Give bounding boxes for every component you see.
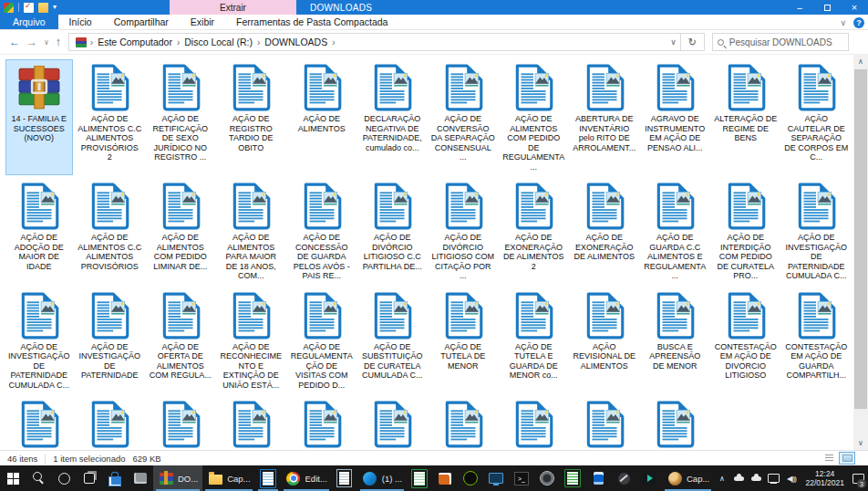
chrome-edit-button[interactable]: Edit... (281, 465, 332, 491)
webcam-app-button[interactable] (534, 465, 560, 491)
up-button[interactable]: ↑ (56, 36, 61, 48)
file-item[interactable]: AÇÃO DE CONCESSÃO DE GUARDA PELOS AVÓS -… (288, 178, 356, 285)
file-item[interactable]: AÇÃO DE DIVÓRCIO LITIGIOSO COM CITAÇÃO P… (429, 178, 497, 285)
edge-button[interactable]: (1) ... (357, 465, 407, 491)
file-item[interactable]: AÇÃO DE INVESTIGAÇÃO DE PATERNIDADE (76, 287, 143, 394)
file-item[interactable]: AÇÃO DE SUBSTITUIÇÃO DE CURATELA CUMULAD… (358, 287, 426, 394)
volume-icon[interactable]: ◀))) (783, 465, 799, 491)
capture-app-button[interactable]: Cap... (662, 465, 714, 491)
scroll-up-arrow-icon[interactable]: ∧ (853, 55, 868, 68)
file-item[interactable]: AÇÃO DE RECONHECIMENTO E EXTINÇÃO DE UNI… (217, 287, 284, 394)
file-item[interactable]: AÇÃO DE GUARDA C.C ALIMENTOS E REGULAMEN… (641, 178, 708, 285)
address-bar[interactable]: › Este Computador›Disco Local (R:)›DOWNL… (68, 33, 681, 51)
file-item[interactable]: ABERTURA DE INVENTÁRIO pelo RITO DE ARRO… (571, 59, 638, 175)
refresh-button[interactable]: ↻ (681, 33, 705, 51)
forward-button[interactable]: → (26, 36, 37, 48)
libreoffice-writer-button[interactable] (255, 465, 281, 491)
file-item[interactable]: BUSCA E APREENSÃO DE MENOR (641, 287, 708, 394)
file-item[interactable]: ESCRITURA DE PACTO (288, 396, 356, 450)
file-item[interactable]: AÇÃO DE TUTELA E GUARDA DE MENOR co... (500, 287, 567, 394)
file-item[interactable]: DECLARAÇÃO NEGATIVA DE PATERNIDADE, cumu… (358, 59, 426, 175)
notepad-button[interactable] (332, 465, 357, 491)
help-icon[interactable]: ? (853, 17, 864, 28)
file-item[interactable]: AÇÃO DE REGULAMENTAÇÃO DE VISITAS COM PE… (288, 287, 356, 394)
breadcrumb-item[interactable]: Disco Local (R:) (181, 37, 256, 47)
file-item[interactable]: CONTESTAÇÃO EM AÇÃO DE GUARDA COMPARTILH… (782, 287, 850, 394)
file-item[interactable]: AÇÃO DE OFERTA DE ALIMENTOS COM REGULA..… (147, 287, 214, 394)
onedrive-cloud-icon[interactable] (731, 465, 747, 491)
recorder-app-button[interactable] (458, 465, 483, 491)
file-item[interactable]: INVENTÁRIO EXTRAJUDICIAL (500, 396, 567, 450)
minimize-button[interactable]: – (786, 0, 813, 15)
file-item[interactable]: AÇÃO DE INVESTIGAÇÃO DE PATERNIDADE CUMU… (5, 287, 73, 394)
libreoffice-calc-button[interactable] (407, 465, 432, 491)
scrollbar-thumb[interactable] (854, 69, 867, 409)
search-input[interactable] (728, 37, 843, 48)
close-button[interactable]: × (841, 0, 868, 15)
contextual-tab-header[interactable]: Extrair (170, 0, 296, 15)
file-item[interactable]: AÇÃO DE CONVERSÃO DA SEPARAÇÃO CONSENSUA… (429, 59, 497, 175)
satellite-app-button[interactable] (611, 465, 636, 491)
breadcrumb-item[interactable]: Este Computador (94, 37, 176, 47)
network-icon[interactable] (766, 465, 781, 491)
tray-expand-chevron-icon[interactable]: ∧ (714, 465, 729, 491)
cortana-button[interactable] (51, 465, 77, 491)
new-folder-icon[interactable] (38, 3, 48, 13)
file-item[interactable]: AGRAVO DE INSTRUMENTO EM AÇÃO DE PENSAO … (641, 59, 708, 175)
properties-icon[interactable] (24, 3, 34, 13)
file-item[interactable]: AÇÃO DE INVESTIGAÇÃO DE PATERNIDADE CUMU… (782, 178, 850, 285)
file-item[interactable]: AÇÃO DE ALIMENTOS COM PEDIDO DE REGULAME… (500, 59, 567, 175)
file-item[interactable]: DIVÓRCIO LITIGIOSO (147, 396, 214, 450)
file-item[interactable]: ALTERAÇÃO DE REGIME DE BENS (712, 59, 780, 175)
breadcrumb-item[interactable]: DOWNLOADS (261, 37, 331, 47)
recent-locations-chevron-icon[interactable]: ∨ (44, 38, 49, 47)
command-prompt-button[interactable] (509, 465, 534, 491)
start-button[interactable] (0, 465, 26, 491)
winrar-downloads-button[interactable]: DO... (153, 465, 202, 491)
details-view-button[interactable] (821, 452, 837, 465)
photos-app-button[interactable] (128, 465, 153, 491)
microsoft-store-button[interactable] (102, 465, 128, 491)
file-item[interactable]: RECONHECIMENTO E (641, 396, 708, 450)
clock[interactable]: 12:24 22/01/2021 (801, 469, 849, 487)
file-item[interactable]: AÇÃO DE ALIMENTOS C.C ALIMENTOS PROVISÓR… (76, 178, 143, 285)
video-editor-app-button[interactable] (636, 465, 662, 491)
file-item[interactable]: AÇÃO DE EXONERAÇÃO DE ALIMENTOS 2 (500, 178, 567, 285)
expand-ribbon-chevron-icon[interactable]: ∨ (840, 18, 846, 27)
action-center-icon[interactable]: 3 (851, 465, 866, 491)
notes-app-button[interactable] (560, 465, 585, 491)
scroll-down-arrow-icon[interactable]: ∨ (853, 436, 868, 450)
file-item[interactable]: EXECUÇÃO DE ALIMENTOS - (358, 396, 426, 450)
file-item[interactable]: CONTESTAÇÃO EM AÇÃO DE DIVORCIO LITIGIOS… (712, 287, 780, 394)
calculator-app-button[interactable] (585, 465, 611, 491)
file-item[interactable]: LAVRATURA DE ESCRITURA (571, 396, 638, 450)
ribbon-tab-ferramentas-de-pasta-compactada[interactable]: Ferramentas de Pasta Compactada (225, 15, 398, 29)
file-item[interactable]: AÇÃO DE DIVÓRCIO LITIGIOSO C.C PARTILHA … (358, 178, 426, 285)
ribbon-tab-exibir[interactable]: Exibir (180, 15, 225, 29)
file-item[interactable]: AÇÃO DE ALIMENTOS PARA MAIOR DE 18 ANOS,… (217, 178, 284, 285)
presentation-app-button[interactable] (432, 465, 458, 491)
back-button[interactable]: ← (9, 36, 20, 48)
file-item[interactable]: AÇÃO DE REGISTRO TARDIO DE OBITO (217, 59, 284, 175)
breadcrumb-separator-icon[interactable]: › (331, 37, 336, 47)
task-view-button[interactable] (77, 465, 102, 491)
address-dropdown-chevron-icon[interactable]: ∨ (670, 37, 677, 47)
file-item[interactable]: DIVÓRCIO CONSENSUAL (76, 396, 143, 450)
file-item[interactable]: AÇÃO DE ADOÇÃO DE MAIOR DE IDADE (5, 178, 73, 285)
file-item[interactable]: AÇÃO CAUTELAR DE SEPARAÇÃO DE CORPOS EM … (782, 59, 850, 175)
file-item[interactable]: AÇÃO DE ALIMENTOS COM PEDIDO LIMINAR DE.… (147, 178, 214, 285)
ribbon-tab-compartilhar[interactable]: Compartilhar (103, 15, 180, 29)
file-item[interactable]: AÇÃO DE TUTELA DE MENOR (429, 287, 497, 394)
file-item[interactable]: EMBARGOS DE TERCEIRO EM (217, 396, 284, 450)
large-icons-view-button[interactable] (839, 452, 855, 465)
file-item[interactable]: AÇÃO DE ALIMENTOS (288, 59, 356, 175)
file-explorer-cap-button[interactable]: Cap... (202, 465, 254, 491)
file-item[interactable]: AÇÃO DE INTERDIÇÃO COM PEDIDO DE CURATEL… (712, 178, 780, 285)
search-box[interactable] (712, 33, 849, 51)
file-item[interactable]: AÇÃO DE RETIFICAÇÃO DE SEXO JURÍDICO NO … (147, 59, 214, 175)
ribbon-tab-in-cio[interactable]: Início (58, 15, 103, 29)
search-button[interactable] (26, 465, 51, 491)
remote-desktop-app-button[interactable] (483, 465, 509, 491)
file-item[interactable]: EXECUÇÃO DE ALIMENTOS - (429, 396, 497, 450)
file-item[interactable]: 14 - FAMILIA E SUCESSOES (NOVO) (5, 59, 73, 175)
